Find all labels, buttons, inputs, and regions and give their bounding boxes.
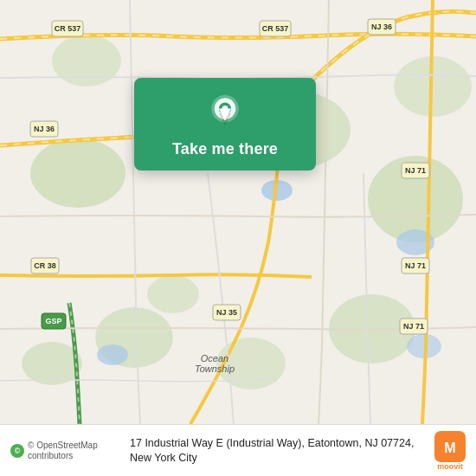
svg-point-10 xyxy=(52,35,121,87)
svg-text:M: M xyxy=(444,440,455,455)
location-pin-icon xyxy=(206,93,244,132)
svg-text:NJ 71: NJ 71 xyxy=(403,322,424,331)
svg-text:CR 537: CR 537 xyxy=(262,24,289,33)
osm-attribution: © © OpenStreetMap contributors xyxy=(10,441,123,461)
moovit-icon: M xyxy=(434,431,466,462)
bottom-bar: © © OpenStreetMap contributors 17 Indust… xyxy=(0,424,476,476)
moovit-logo: M moovit xyxy=(434,431,466,471)
location-card[interactable]: Take me there xyxy=(134,78,316,170)
svg-point-1 xyxy=(30,138,125,208)
map-svg: CR 537 CR 537 NJ 36 NJ 36 NJ 71 NJ 71 NJ… xyxy=(0,0,476,424)
svg-text:NJ 36: NJ 36 xyxy=(371,23,392,31)
svg-text:CR 38: CR 38 xyxy=(34,261,56,270)
osm-text: © OpenStreetMap contributors xyxy=(28,441,123,461)
svg-text:NJ 71: NJ 71 xyxy=(405,166,426,175)
osm-icon: © xyxy=(10,444,24,458)
map-container: CR 537 CR 537 NJ 36 NJ 36 NJ 71 NJ 71 NJ… xyxy=(0,0,476,424)
take-me-there-button[interactable]: Take me there xyxy=(172,140,278,158)
address-text: 17 Industrial Way E (Industrial Way), Ea… xyxy=(130,436,428,465)
svg-text:NJ 71: NJ 71 xyxy=(405,261,426,270)
svg-text:NJ 35: NJ 35 xyxy=(216,308,237,317)
svg-text:NJ 36: NJ 36 xyxy=(34,125,55,133)
svg-text:GSP: GSP xyxy=(45,317,61,325)
svg-text:Ocean: Ocean xyxy=(201,353,228,363)
svg-text:Township: Township xyxy=(195,363,235,374)
svg-point-8 xyxy=(147,275,199,313)
svg-text:CR 537: CR 537 xyxy=(55,24,81,33)
moovit-label: moovit xyxy=(437,462,463,471)
svg-point-13 xyxy=(97,344,128,365)
